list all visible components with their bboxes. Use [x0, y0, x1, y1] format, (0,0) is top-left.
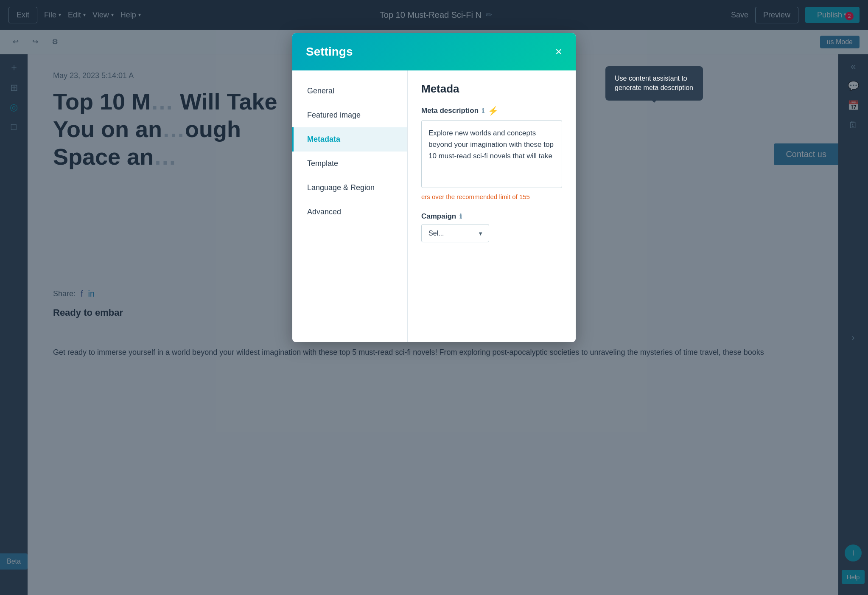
meta-description-label: Meta description ℹ ⚡ — [421, 106, 562, 116]
campaign-info-icon[interactable]: ℹ — [459, 213, 462, 220]
meta-warning: ers over the recommended limit of 155 — [421, 193, 562, 200]
settings-nav-featured-image[interactable]: Featured image — [292, 103, 407, 127]
tooltip-bubble: Use content assistant to generate meta d… — [605, 66, 703, 101]
settings-close-button[interactable]: × — [555, 46, 562, 58]
settings-nav: General Featured image Metadata Template… — [292, 70, 408, 342]
settings-modal: Settings × General Featured image Metada… — [292, 33, 576, 342]
campaign-label: Campaign ℹ — [421, 212, 562, 221]
settings-nav-template[interactable]: Template — [292, 152, 407, 176]
settings-title: Settings — [306, 45, 353, 59]
modal-overlay: Settings × General Featured image Metada… — [0, 0, 868, 595]
settings-content: Metada Use content assistant to generate… — [408, 70, 576, 342]
settings-nav-language-region[interactable]: Language & Region — [292, 176, 407, 200]
settings-nav-advanced[interactable]: Advanced — [292, 200, 407, 224]
settings-body: General Featured image Metadata Template… — [292, 70, 576, 342]
settings-nav-metadata[interactable]: Metadata — [292, 127, 407, 152]
campaign-select-wrapper: Sel... — [421, 224, 489, 242]
campaign-select[interactable]: Sel... — [421, 224, 489, 242]
section-title: Metada — [421, 82, 562, 95]
meta-description-textarea[interactable] — [421, 120, 562, 188]
meta-info-icon[interactable]: ℹ — [482, 107, 484, 115]
lightning-icon[interactable]: ⚡ — [488, 106, 498, 116]
settings-nav-general[interactable]: General — [292, 79, 407, 103]
settings-header: Settings × — [292, 33, 576, 70]
